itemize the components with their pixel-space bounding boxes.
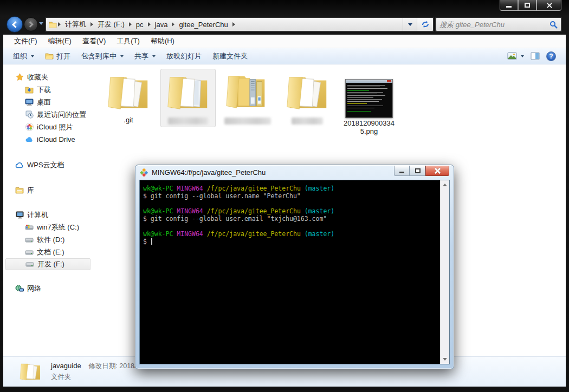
terminal-title: MINGW64:/f/pc/java/gitee_PeterChu <box>152 168 266 177</box>
close-button[interactable] <box>536 0 561 11</box>
refresh-icon <box>421 20 430 29</box>
sidebar-item-drive-c[interactable]: win7系统 (C:) <box>3 221 93 233</box>
history-dropdown-icon[interactable] <box>39 22 43 25</box>
triangle-up-icon <box>443 184 447 186</box>
sidebar-label: 桌面 <box>37 97 51 107</box>
menu-file[interactable]: 文件(F) <box>9 35 43 48</box>
prompt-path: /f/pc/java/gitee_PeterChu <box>207 230 301 238</box>
icloud-drive-icon <box>25 135 34 144</box>
sidebar-item-favorites[interactable]: 收藏夹 <box>3 71 93 83</box>
refresh-button[interactable] <box>417 18 433 31</box>
restore-icon <box>415 168 421 173</box>
breadcrumb-separator-icon <box>129 22 132 27</box>
drive-icon <box>25 236 34 244</box>
back-button[interactable] <box>7 16 23 32</box>
address-folder-icon <box>48 20 57 29</box>
png-thumbnail <box>345 79 393 118</box>
prompt-branch: (master) <box>305 207 334 215</box>
file-item-png-screenshot[interactable]: 2018120900334 5.png <box>339 69 399 138</box>
terminal-minimize-button[interactable] <box>394 166 410 176</box>
recent-places-icon <box>25 110 34 119</box>
sidebar-item-drive-f[interactable]: 开发 (F:) <box>5 258 90 270</box>
sidebar-item-network[interactable]: 网络 <box>3 282 93 295</box>
slideshow-button[interactable]: 放映幻灯片 <box>161 49 207 63</box>
help-icon: ? <box>549 53 553 60</box>
sidebar-gap <box>3 270 93 282</box>
desktop-icon <box>25 98 34 107</box>
prompt-path: /f/pc/java/gitee_PeterChu <box>207 207 301 215</box>
sidebar-item-desktop[interactable]: 桌面 <box>3 96 93 108</box>
help-button[interactable]: ? <box>546 51 556 61</box>
views-button[interactable] <box>507 52 524 60</box>
file-item-folder-selected[interactable] <box>160 69 216 127</box>
menu-edit[interactable]: 编辑(E) <box>43 35 77 48</box>
sidebar-item-computer[interactable]: 计算机 <box>3 208 93 221</box>
preview-pane-button[interactable] <box>531 52 540 60</box>
sidebar-item-recent-places[interactable]: 最近访问的位置 <box>3 108 93 121</box>
sidebar-label: 计算机 <box>27 210 48 220</box>
chevron-down-icon <box>521 55 524 57</box>
chevron-down-icon <box>120 55 124 57</box>
sidebar-item-downloads[interactable]: 下载 <box>3 83 93 96</box>
terminal-scrollbar[interactable] <box>440 180 449 364</box>
menu-view[interactable]: 查看(V) <box>77 35 111 48</box>
sidebar-gap <box>3 146 93 159</box>
maximize-button[interactable] <box>518 0 536 11</box>
terminal-screen[interactable]: wk@wk-PC MINGW64 /f/pc/java/gitee_PeterC… <box>140 180 440 364</box>
downloads-folder-icon <box>25 86 34 94</box>
sidebar-item-libraries[interactable]: 库 <box>3 184 93 197</box>
terminal-titlebar[interactable]: MINGW64:/f/pc/java/gitee_PeterChu <box>135 165 454 180</box>
menu-tools[interactable]: 工具(T) <box>111 35 145 48</box>
sidebar-gap <box>3 171 93 184</box>
share-button[interactable]: 共享 <box>129 49 161 63</box>
computer-icon <box>15 211 24 219</box>
breadcrumb-item-computer[interactable]: 计算机 <box>62 18 89 30</box>
address-dropdown-button[interactable] <box>403 18 417 31</box>
prompt-env: MINGW64 <box>177 185 203 192</box>
terminal-close-button[interactable] <box>425 166 449 176</box>
navigation-bar: 计算机 开发 (F:) pc java gitee_PeterChu <box>3 15 566 35</box>
breadcrumb-item-drive-f[interactable]: 开发 (F:) <box>94 18 128 30</box>
sidebar-item-wps-cloud[interactable]: WPS云文档 <box>3 159 93 171</box>
open-button[interactable]: 打开 <box>40 49 76 63</box>
sidebar-item-drive-e[interactable]: 文档 (E:) <box>3 246 93 258</box>
file-item-folder-with-files[interactable] <box>220 69 275 127</box>
new-folder-button[interactable]: 新建文件夹 <box>207 49 253 63</box>
file-item-folder[interactable] <box>280 69 335 127</box>
sidebar-item-icloud-photos[interactable]: iCloud 照片 <box>3 121 93 133</box>
prompt-env: MINGW64 <box>177 230 203 238</box>
search-icon[interactable] <box>549 21 558 29</box>
breadcrumb-separator-icon <box>90 22 93 27</box>
sidebar-item-icloud-drive[interactable]: iCloud Drive <box>3 133 93 146</box>
minimize-button[interactable] <box>500 0 518 11</box>
sidebar-gap <box>3 197 93 208</box>
breadcrumb-item-pc[interactable]: pc <box>133 19 147 30</box>
prompt-branch: (master) <box>305 185 334 192</box>
prompt-char: $ <box>143 238 147 245</box>
star-icon <box>15 73 24 82</box>
terminal-restore-button[interactable] <box>410 166 425 176</box>
scroll-down-button[interactable] <box>441 355 449 364</box>
sidebar-item-drive-d[interactable]: 软件 (D:) <box>3 233 93 246</box>
new-folder-label: 新建文件夹 <box>212 51 248 61</box>
breadcrumb-item-gitee-peterchu[interactable]: gitee_PeterChu <box>176 19 231 30</box>
forward-button[interactable] <box>24 17 38 31</box>
details-file-name: javaguide <box>51 362 81 370</box>
search-input[interactable] <box>439 21 549 29</box>
prompt-user: wk@wk-PC <box>143 185 173 192</box>
menu-help[interactable]: 帮助(H) <box>145 35 180 48</box>
close-icon <box>546 2 552 8</box>
drive-icon <box>25 260 34 269</box>
organize-button[interactable]: 组织 <box>8 49 40 63</box>
include-in-library-button[interactable]: 包含到库中 <box>76 49 129 63</box>
sidebar-label: win7系统 (C:) <box>37 223 79 232</box>
share-label: 共享 <box>134 51 148 61</box>
scroll-up-button[interactable] <box>441 180 449 190</box>
minimize-icon <box>399 172 404 173</box>
address-bar[interactable]: 计算机 开发 (F:) pc java gitee_PeterChu <box>46 18 403 31</box>
window-controls <box>500 0 561 11</box>
file-item-git-folder[interactable]: .git <box>101 69 156 127</box>
breadcrumb-item-java[interactable]: java <box>152 19 171 30</box>
details-modified-date: 修改日期: 2018/1 <box>88 362 140 370</box>
minimize-icon <box>506 6 512 8</box>
